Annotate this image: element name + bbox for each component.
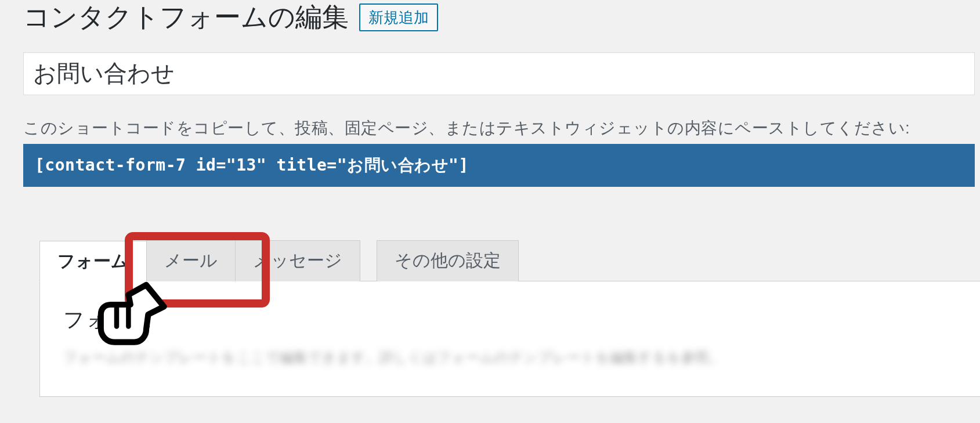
tab-content-description: フォームのテンプレートをここで編集できます。詳しくはフォームのテンプレートを編集… bbox=[63, 348, 967, 367]
tab-content-panel: フォーム フォームのテンプレートをここで編集できます。詳しくはフォームのテンプレ… bbox=[39, 281, 980, 397]
page-title: コンタクトフォームの編集 bbox=[23, 0, 349, 35]
form-title-input[interactable] bbox=[23, 52, 975, 95]
shortcode-instruction-label: このショートコードをコピーして、投稿、固定ページ、またはテキストウィジェットの内… bbox=[23, 117, 980, 139]
add-new-button[interactable]: 新規追加 bbox=[359, 3, 438, 31]
tab-form[interactable]: フォーム bbox=[39, 241, 147, 282]
shortcode-value[interactable]: [contact-form-7 id="13" title="お問い合わせ"] bbox=[23, 144, 975, 187]
tab-additional-settings[interactable]: その他の設定 bbox=[377, 240, 519, 281]
tab-content-heading: フォーム bbox=[63, 306, 967, 334]
tab-bar: フォーム メール メッセージ その他の設定 bbox=[39, 240, 980, 281]
tab-messages[interactable]: メッセージ bbox=[235, 240, 360, 281]
tab-mail[interactable]: メール bbox=[146, 240, 236, 281]
